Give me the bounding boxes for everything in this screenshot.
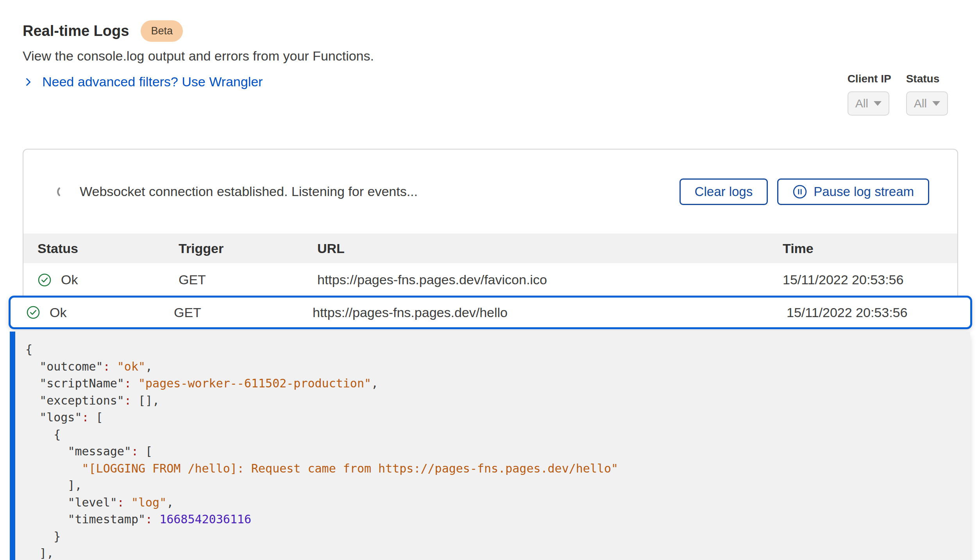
expanded-log-entry: Ok GET https://pages-fns.pages.dev/hello…: [9, 296, 972, 560]
filters: Client IP All Status All: [848, 73, 948, 116]
status-filter-label: Status: [906, 73, 940, 85]
log-table-row[interactable]: Ok GET https://pages-fns.pages.dev/favic…: [23, 263, 957, 296]
client-ip-label: Client IP: [848, 73, 891, 85]
expanded-log-row[interactable]: Ok GET https://pages-fns.pages.dev/hello…: [9, 296, 972, 329]
page-description: View the console.log output and errors f…: [23, 48, 374, 64]
status-ok-icon: [26, 305, 40, 319]
logs-toolbar: Websocket connection established. Listen…: [23, 150, 957, 234]
status-dropdown[interactable]: All: [906, 91, 948, 116]
pause-icon: [792, 184, 807, 199]
expanded-row-trigger: GET: [174, 305, 313, 320]
wrangler-link-label: Need advanced filters? Use Wrangler: [42, 74, 263, 89]
pause-log-stream-label: Pause log stream: [814, 184, 914, 199]
client-ip-filter-group: Client IP All: [848, 73, 891, 116]
expanded-row-url: https://pages-fns.pages.dev/hello: [313, 305, 787, 320]
spinner-icon: [56, 185, 70, 198]
toolbar-buttons: Clear logs Pause log stream: [680, 178, 929, 205]
row-url: https://pages-fns.pages.dev/favicon.ico: [317, 272, 783, 287]
chevron-right-icon: [23, 77, 34, 87]
row-status: Ok: [61, 272, 78, 287]
column-header-trigger: Trigger: [179, 241, 317, 256]
caret-down-icon: [874, 101, 882, 106]
column-header-status: Status: [23, 241, 179, 256]
log-detail-panel: { "outcome": "ok", "scriptName": "pages-…: [10, 332, 970, 560]
json-code: { "outcome": "ok", "scriptName": "pages-…: [25, 341, 970, 560]
websocket-status-message: Websocket connection established. Listen…: [80, 184, 418, 199]
beta-badge: Beta: [141, 20, 183, 42]
clear-logs-label: Clear logs: [695, 184, 753, 199]
websocket-status: Websocket connection established. Listen…: [56, 184, 418, 199]
expanded-row-time: 15/11/2022 20:53:56: [787, 305, 970, 320]
client-ip-selected-value: All: [855, 97, 868, 110]
caret-down-icon: [932, 101, 940, 106]
column-header-url: URL: [317, 241, 783, 256]
status-ok-icon: [38, 273, 52, 287]
pause-log-stream-button[interactable]: Pause log stream: [777, 178, 929, 205]
page-header: Real-time Logs Beta: [23, 20, 183, 42]
status-selected-value: All: [914, 97, 927, 110]
expanded-row-status: Ok: [50, 305, 66, 320]
row-time: 15/11/2022 20:53:56: [783, 272, 957, 287]
clear-logs-button[interactable]: Clear logs: [680, 178, 768, 205]
logs-card: Websocket connection established. Listen…: [23, 149, 958, 296]
client-ip-dropdown[interactable]: All: [848, 91, 889, 116]
status-filter-group: Status All: [906, 73, 948, 116]
row-trigger: GET: [179, 272, 317, 287]
column-header-time: Time: [783, 241, 957, 256]
page-title: Real-time Logs: [23, 23, 129, 39]
log-table-header: Status Trigger URL Time: [23, 234, 957, 263]
wrangler-advanced-filters-link[interactable]: Need advanced filters? Use Wrangler: [23, 74, 263, 89]
